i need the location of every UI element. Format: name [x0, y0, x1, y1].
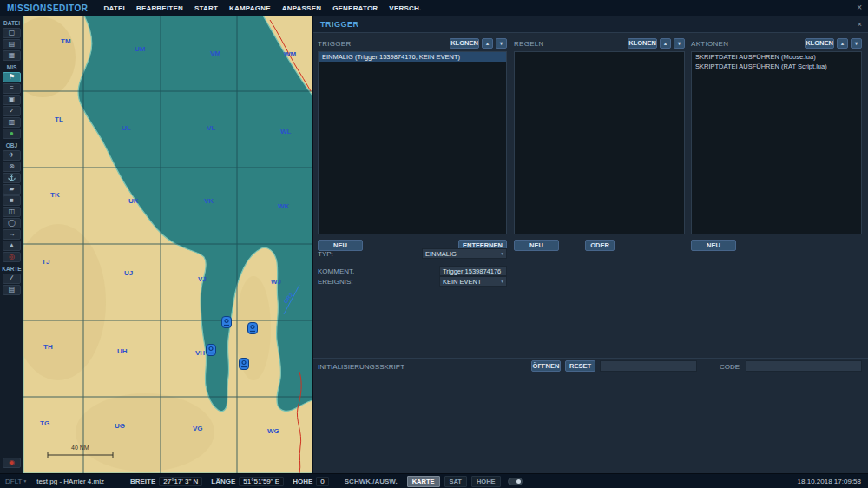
sidebar-footer: ◉	[3, 458, 21, 469]
status-bar: DFLT ▾ test pg - HArrier 4.miz BREITE27°…	[0, 473, 868, 488]
komment-input[interactable]: Trigger 1539874176	[439, 266, 507, 276]
goals-icon[interactable]: ✓	[3, 106, 21, 116]
save-mission-icon[interactable]: ▦	[3, 50, 21, 61]
layer-button-höhe[interactable]: HÖHE	[471, 476, 501, 487]
menu-start[interactable]: START	[194, 4, 218, 12]
map-view[interactable]: TMUMVMWMTLULVLWLTKUKVKWKTJUJVJWJTHUHVHTG…	[23, 16, 312, 473]
typ-dropdown[interactable]: EINMALIG▾	[422, 248, 507, 259]
mission-options-icon[interactable]: ≡	[3, 83, 21, 94]
grid-label-wj: WJ	[271, 278, 281, 286]
reset-button[interactable]: RESET	[565, 360, 595, 372]
vehicle-icon[interactable]: ▰	[3, 184, 21, 195]
coord-label-länge: LÄNGE	[211, 478, 235, 485]
menu-bearbeiten[interactable]: BEARBEITEN	[136, 4, 183, 12]
unit-marker[interactable]	[248, 323, 258, 334]
typ-dropdown-label: TYP:	[318, 250, 333, 258]
move-down-icon[interactable]: ▾	[496, 38, 507, 49]
weather-icon[interactable]: ●	[3, 129, 21, 139]
script-path-input[interactable]	[600, 360, 697, 372]
fail-conditions-icon[interactable]: ▣	[3, 95, 21, 105]
grid-label-vk: VK	[204, 197, 214, 205]
map-layers-icon[interactable]: ▤	[3, 285, 21, 295]
column-header: AKTIONENKLONEN▴▾	[691, 37, 862, 49]
grid-label-uk: UK	[128, 197, 139, 205]
zone-icon[interactable]: ◯	[3, 218, 21, 228]
alert-indicator-icon[interactable]: ◉	[3, 458, 21, 468]
route-icon[interactable]: →	[3, 229, 21, 240]
open-mission-icon[interactable]: ▤	[3, 39, 21, 49]
grid-label-vg: VG	[193, 425, 203, 432]
layer-preset-dropdown[interactable]: DFLT ▾	[5, 478, 26, 485]
unit-marker[interactable]	[222, 317, 232, 328]
column-header: REGELNKLONEN▴▾	[514, 37, 685, 49]
grid-label-vm: VM	[210, 49, 220, 57]
measure-icon[interactable]: ∠	[3, 274, 21, 284]
sidebar-label-datei: DATEI	[3, 20, 20, 26]
warning-icon[interactable]: ▲	[3, 241, 21, 251]
ship-icon[interactable]: ⚓	[3, 173, 21, 183]
move-up-icon[interactable]: ▴	[660, 38, 671, 49]
tool-sidebar: DATEI▢▤▦MIS⚑≡▣✓▥●OBJ✈⊗⚓▰■◫◯→▲◎KARTE∠▤◉	[0, 16, 23, 473]
grid-label-ug: UG	[115, 422, 125, 430]
close-icon[interactable]: ×	[857, 3, 862, 12]
oeffnen-button[interactable]: ÖFFNEN	[531, 360, 561, 372]
menu-anpassen[interactable]: ANPASSEN	[282, 4, 321, 12]
mission-filename: test pg - HArrier 4.miz	[36, 478, 104, 485]
regeln-list[interactable]	[514, 51, 685, 234]
menu-datei[interactable]: DATEI	[104, 4, 125, 12]
code-input[interactable]	[746, 360, 862, 372]
aktionen-list[interactable]: SKRIPTDATEI AUSFÜHREN (Moose.lua)SKRIPTD…	[691, 51, 862, 234]
oder-button[interactable]: ODER	[585, 240, 615, 251]
field-value: EINMALIG	[425, 250, 457, 258]
helicopter-icon[interactable]: ⊗	[3, 162, 21, 172]
chevron-down-icon: ▾	[501, 279, 503, 284]
scale-label: 40 NM	[71, 445, 89, 451]
unit-marker[interactable]	[207, 345, 216, 356]
summary-icon[interactable]: ▥	[3, 117, 21, 128]
datetime: 18.10.2018 17:09:58	[798, 478, 861, 485]
airplane-icon[interactable]: ✈	[3, 150, 21, 161]
column-buttons: NEUODER	[514, 240, 685, 251]
klonen-button[interactable]: KLONEN	[628, 38, 657, 49]
layer-toggle[interactable]	[508, 478, 523, 485]
menu-kampagne[interactable]: KAMPAGNE	[229, 4, 271, 12]
list-item[interactable]: SKRIPTDATEI AUSFÜHREN (Moose.lua)	[692, 52, 861, 62]
column-header: TRIGGERKLONEN▴▾	[318, 37, 507, 49]
list-item[interactable]: EINMALIG (Trigger 1539874176, KEIN EVENT…	[319, 52, 506, 62]
komment-input-label: KOMMENT.	[318, 267, 354, 275]
unit-marker[interactable]	[240, 359, 249, 370]
template-icon[interactable]: ◫	[3, 207, 21, 217]
new-mission-icon[interactable]: ▢	[3, 28, 21, 38]
move-up-icon[interactable]: ▴	[837, 38, 848, 49]
menu-generator[interactable]: GENERATOR	[332, 4, 378, 12]
list-item[interactable]: SKRIPTDATEI AUSFÜHREN (RAT Script.lua)	[692, 62, 861, 71]
close-icon[interactable]: ×	[858, 20, 862, 29]
trigger-list[interactable]: EINMALIG (Trigger 1539874176, KEIN EVENT…	[318, 51, 507, 234]
layer-button-karte[interactable]: KARTE	[407, 476, 440, 487]
klonen-button[interactable]: KLONEN	[805, 38, 834, 49]
grid-label-vj: VJ	[198, 275, 207, 283]
ereignis-dropdown[interactable]: KEIN EVENT▾	[439, 276, 507, 287]
static-object-icon[interactable]: ■	[3, 195, 21, 206]
move-up-icon[interactable]: ▴	[482, 38, 493, 49]
bullseye-icon[interactable]: ◎	[3, 252, 21, 262]
grid-label-wk: WK	[278, 202, 290, 210]
move-down-icon[interactable]: ▾	[851, 38, 862, 49]
grid-label-vh: VH	[195, 349, 205, 357]
coord-value-höhe: 0	[316, 477, 328, 486]
move-down-icon[interactable]: ▾	[674, 38, 685, 49]
column-buttons: NEU	[691, 240, 862, 251]
grid-label-vl: VL	[207, 124, 215, 132]
neu-button[interactable]: NEU	[514, 240, 559, 251]
column-title: REGELN	[514, 40, 544, 48]
grid-label-wl: WL	[280, 128, 292, 135]
klonen-button[interactable]: KLONEN	[450, 38, 479, 49]
mission-editor-window: MISSIONSEDITOR DATEIBEARBEITENSTARTKAMPA…	[0, 0, 868, 488]
triggers-icon[interactable]: ⚑	[3, 72, 21, 82]
layer-button-sat[interactable]: SAT	[444, 476, 467, 487]
menu-versch[interactable]: VERSCH.	[389, 4, 421, 12]
neu-button[interactable]: NEU	[691, 240, 736, 251]
map-canvas[interactable]: TMUMVMWMTLULVLWLTKUKVKWKTJUJVJWJTHUHVHTG…	[23, 16, 312, 473]
ereignis-dropdown-label: EREIGNIS:	[318, 278, 352, 286]
sidebar-label-mis: MIS	[7, 64, 17, 70]
